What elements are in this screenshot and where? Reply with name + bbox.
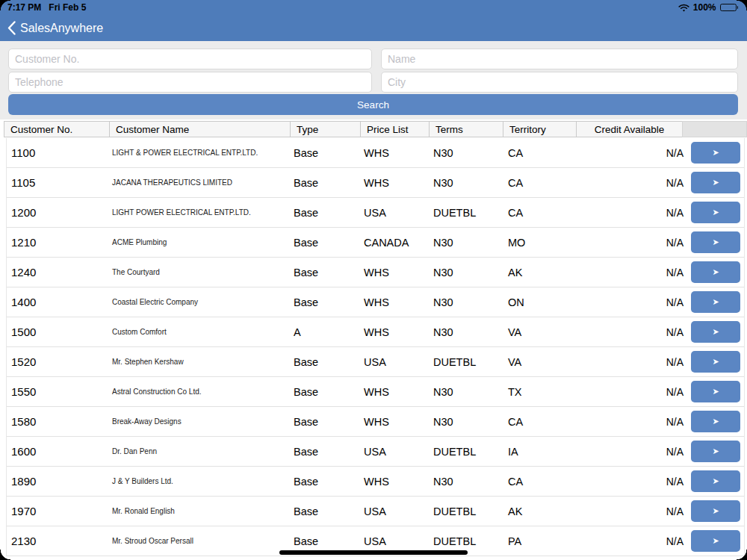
cell-customer-no: 1600 [7, 445, 111, 458]
table-row: 1100 LIGHT & POWER ELECTRICAL ENTP.LTD. … [7, 138, 744, 168]
table-row: 1200 LIGHT POWER ELECTRICAL ENTP.LTD. Ba… [7, 198, 744, 228]
cell-territory: AK [507, 505, 581, 517]
cell-price-list: USA [363, 535, 433, 547]
status-bar: 7:17 PM Fri Feb 5 100% [0, 0, 747, 15]
wifi-icon [678, 4, 689, 12]
arrow-right-icon: ➤ [712, 298, 719, 306]
cell-territory: CA [507, 476, 581, 488]
table-row: 1970 Mr. Ronald English Base USA DUETBL … [7, 497, 744, 526]
back-button[interactable]: SalesAnywhere [7, 21, 103, 35]
cell-type: Base [292, 267, 363, 279]
cell-credit-available: N/A [581, 386, 686, 398]
cell-price-list: USA [363, 356, 433, 368]
cell-price-list: WHS [363, 296, 433, 308]
cell-customer-name: Break-Away Designs [111, 417, 292, 426]
row-detail-button[interactable]: ➤ [691, 381, 740, 402]
cell-territory: VA [507, 326, 581, 338]
cell-territory: CA [507, 177, 581, 189]
cell-customer-no: 2130 [7, 535, 111, 547]
customer-no-input[interactable] [8, 49, 372, 69]
cell-credit-available: N/A [581, 207, 686, 219]
table-row: 1240 The Courtyard Base WHS N30 AK N/A ➤ [7, 258, 744, 287]
cell-credit-available: N/A [581, 416, 686, 428]
cell-type: Base [292, 296, 363, 308]
row-detail-button[interactable]: ➤ [691, 351, 740, 373]
column-header-price-list[interactable]: Price List [360, 121, 430, 137]
column-header-terms[interactable]: Terms [429, 121, 503, 137]
cell-type: Base [292, 446, 363, 458]
cell-terms: DUETBL [433, 535, 507, 547]
table-row: 1580 Break-Away Designs Base WHS N30 CA … [7, 407, 744, 437]
status-time: 7:17 PM [7, 2, 41, 13]
cell-price-list: WHS [363, 147, 433, 159]
cell-territory: ON [507, 296, 581, 308]
cell-customer-name: Astral Construction Co Ltd. [111, 388, 292, 396]
cell-credit-available: N/A [581, 326, 686, 338]
cell-price-list: WHS [363, 267, 433, 279]
cell-territory: TX [507, 386, 581, 398]
app-screen: 7:17 PM Fri Feb 5 100% [0, 0, 747, 560]
cell-terms: N30 [433, 267, 507, 279]
row-detail-button[interactable]: ➤ [691, 530, 740, 552]
cell-territory: CA [507, 416, 581, 428]
column-header-type[interactable]: Type [290, 121, 361, 137]
column-header-territory[interactable]: Territory [503, 121, 577, 137]
cell-customer-name: Mr. Stroud Oscar Persall [111, 537, 292, 545]
cell-territory: AK [507, 267, 581, 279]
column-header-credit-available[interactable]: Credit Available [576, 121, 683, 137]
cell-customer-name: Dr. Dan Penn [111, 447, 292, 455]
chevron-left-icon [7, 21, 16, 35]
column-header-customer-no[interactable]: Customer No. [4, 121, 110, 137]
arrow-right-icon: ➤ [712, 417, 719, 426]
name-input[interactable] [381, 49, 738, 69]
row-detail-button[interactable]: ➤ [691, 321, 740, 343]
cell-customer-no: 1970 [7, 505, 111, 517]
row-detail-button[interactable]: ➤ [691, 172, 740, 193]
cell-price-list: WHS [363, 386, 433, 398]
cell-credit-available: N/A [581, 356, 686, 368]
row-detail-button[interactable]: ➤ [691, 261, 740, 283]
cell-customer-name: Mr. Ronald English [111, 507, 292, 515]
arrow-right-icon: ➤ [712, 507, 719, 515]
cell-territory: CA [507, 207, 581, 219]
cell-credit-available: N/A [581, 296, 686, 308]
cell-type: Base [292, 386, 363, 398]
table-header: Customer No. Customer Name Type Price Li… [4, 121, 747, 137]
cell-credit-available: N/A [581, 476, 686, 488]
status-date: Fri Feb 5 [49, 2, 86, 13]
row-detail-button[interactable]: ➤ [691, 411, 740, 432]
row-detail-button[interactable]: ➤ [691, 231, 740, 253]
arrow-right-icon: ➤ [712, 537, 719, 545]
home-indicator[interactable] [279, 550, 468, 555]
cell-type: Base [292, 476, 363, 488]
cell-credit-available: N/A [581, 535, 686, 547]
cell-territory: MO [507, 237, 581, 249]
cell-customer-no: 1100 [7, 146, 111, 159]
cell-terms: N30 [433, 476, 507, 488]
customer-table-body: 1100 LIGHT & POWER ELECTRICAL ENTP.LTD. … [6, 138, 745, 556]
row-detail-button[interactable]: ➤ [691, 142, 740, 164]
row-detail-button[interactable]: ➤ [691, 500, 740, 522]
cell-price-list: USA [363, 505, 433, 517]
telephone-input[interactable] [8, 72, 372, 93]
table-row: 1600 Dr. Dan Penn Base USA DUETBL IA N/A… [7, 437, 744, 467]
cell-customer-no: 1500 [7, 326, 111, 338]
city-input[interactable] [381, 72, 738, 93]
arrow-right-icon: ➤ [712, 358, 719, 366]
column-header-customer-name[interactable]: Customer Name [109, 121, 291, 137]
cell-type: Base [292, 356, 363, 368]
cell-terms: N30 [433, 177, 507, 189]
table-row: 1210 ACME Plumbing Base CANADA N30 MO N/… [7, 228, 744, 258]
row-detail-button[interactable]: ➤ [691, 291, 740, 313]
cell-terms: DUETBL [433, 505, 507, 517]
table-row: 1520 Mr. Stephen Kershaw Base USA DUETBL… [7, 347, 744, 377]
table-row: 1105 JACANA THERAPEUTICS LIMITED Base WH… [7, 168, 744, 198]
cell-territory: VA [507, 356, 581, 368]
row-detail-button[interactable]: ➤ [691, 202, 740, 223]
row-detail-button[interactable]: ➤ [691, 441, 740, 462]
cell-type: A [292, 326, 363, 338]
row-detail-button[interactable]: ➤ [691, 470, 740, 492]
cell-credit-available: N/A [581, 237, 686, 249]
search-button[interactable]: Search [8, 94, 738, 115]
table-row: 1500 Custom Comfort A WHS N30 VA N/A ➤ [7, 317, 744, 347]
